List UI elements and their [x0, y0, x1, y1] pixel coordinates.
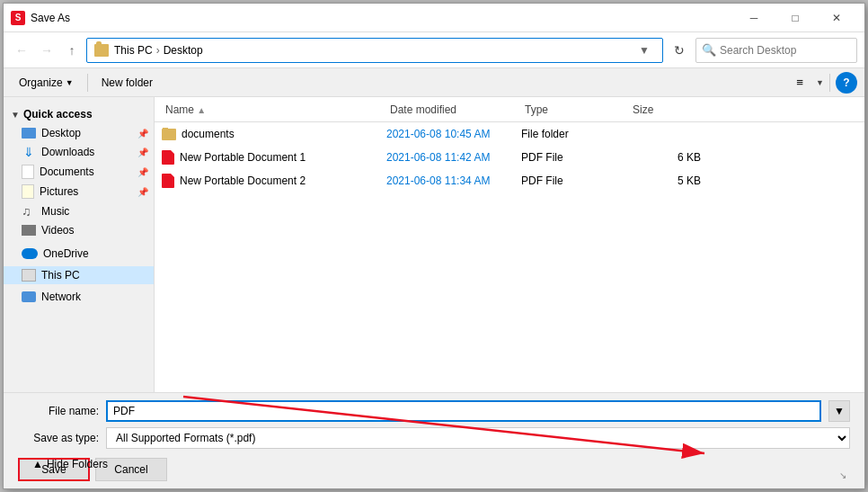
col-header-date[interactable]: Date modified [386, 102, 521, 118]
pin-icon-documents: 📌 [137, 167, 148, 177]
pdf-icon [162, 174, 174, 188]
bottom-footer: ▲ Hide Folders Save Cancel ↘ [18, 454, 850, 481]
filetype-select[interactable]: All Supported Formats (*.pdf) [106, 427, 850, 449]
organize-label: Organize [19, 76, 63, 89]
help-label: ? [843, 76, 849, 89]
save-as-dialog: S Save As ─ □ ✕ ← → ↑ This PC › Desktop … [3, 3, 865, 489]
sidebar-item-music[interactable]: ♫ Music [4, 201, 154, 221]
filename-input[interactable] [106, 400, 821, 422]
onedrive-icon [22, 248, 38, 259]
chevron-up-icon: ▲ [32, 458, 43, 470]
hide-folders[interactable]: ▲ Hide Folders [32, 458, 108, 470]
sidebar: ▼ Quick access Desktop 📌 ⇓ Downloads 📌 D… [4, 97, 155, 392]
search-icon: 🔍 [702, 43, 716, 57]
dialog-title: Save As [31, 12, 733, 24]
table-row[interactable]: New Portable Document 1 2021-06-08 11:42… [155, 146, 864, 169]
file-cell-type: File folder [521, 128, 629, 140]
file-cell-date: 2021-06-08 11:34 AM [386, 174, 521, 187]
toolbar: Organize ▼ New folder ≡ ▼ ? [4, 68, 864, 97]
documents-icon [22, 165, 34, 179]
file-cell-name: New Portable Document 2 [162, 174, 386, 188]
file-cell-size: 6 KB [629, 151, 701, 164]
sidebar-item-videos[interactable]: Videos [4, 221, 154, 239]
sidebar-item-downloads[interactable]: ⇓ Downloads 📌 [4, 142, 154, 162]
sidebar-item-thispc[interactable]: This PC [4, 266, 154, 284]
network-icon [22, 291, 36, 302]
title-bar: S Save As ─ □ ✕ [4, 4, 864, 32]
window-controls: ─ □ ✕ [733, 4, 857, 32]
organize-button[interactable]: Organize ▼ [11, 72, 82, 94]
main-content: ▼ Quick access Desktop 📌 ⇓ Downloads 📌 D… [4, 97, 864, 392]
sidebar-label-pictures: Pictures [40, 185, 78, 198]
col-header-type[interactable]: Type [521, 102, 629, 118]
view-icon: ≡ [796, 76, 803, 89]
file-cell-date: 2021-06-08 11:42 AM [386, 151, 521, 164]
maximize-button[interactable]: □ [775, 4, 816, 32]
up-button[interactable]: ↑ [61, 40, 83, 61]
pin-icon-pictures: 📌 [137, 187, 148, 197]
close-button[interactable]: ✕ [816, 4, 857, 32]
sidebar-label-thispc: This PC [41, 269, 80, 282]
pdf-icon [162, 150, 174, 165]
file-cell-type: PDF File [521, 174, 629, 187]
sidebar-label-downloads: Downloads [41, 146, 94, 158]
organize-dropdown-icon: ▼ [66, 78, 74, 87]
filename-label: File name: [18, 405, 99, 417]
filename-dropdown[interactable]: ▼ [828, 400, 850, 422]
search-input[interactable] [720, 44, 855, 57]
refresh-button[interactable]: ↻ [667, 38, 692, 63]
help-button[interactable]: ? [836, 72, 857, 94]
quick-access-header[interactable]: ▼ Quick access [4, 104, 154, 124]
back-button[interactable]: ← [11, 40, 32, 61]
file-cell-type: PDF File [521, 151, 629, 164]
file-cell-size: 5 KB [629, 174, 701, 187]
pin-icon-desktop: 📌 [137, 129, 148, 139]
quick-access-label: Quick access [23, 108, 93, 121]
sidebar-item-pictures[interactable]: Pictures 📌 [4, 182, 154, 201]
new-folder-button[interactable]: New folder [93, 72, 161, 94]
sidebar-label-onedrive: OneDrive [43, 247, 89, 260]
sidebar-label-network: Network [41, 291, 81, 303]
search-box: 🔍 [695, 38, 857, 63]
file-cell-date: 2021-06-08 10:45 AM [386, 128, 521, 140]
address-bar: ← → ↑ This PC › Desktop ▼ ↻ 🔍 [4, 32, 864, 68]
resize-handle[interactable]: ↘ [839, 470, 850, 481]
app-icon: S [11, 11, 25, 25]
file-rows: documents 2021-06-08 10:45 AM File folde… [155, 122, 864, 392]
desktop-icon [22, 128, 36, 139]
file-cell-name: New Portable Document 1 [162, 150, 386, 165]
address-path[interactable]: This PC › Desktop ▼ [86, 38, 663, 63]
folder-icon [162, 129, 176, 140]
filetype-label: Save as type: [18, 432, 99, 444]
sort-arrow: ▲ [197, 105, 206, 115]
sidebar-item-onedrive[interactable]: OneDrive [4, 245, 154, 263]
table-row[interactable]: documents 2021-06-08 10:45 AM File folde… [155, 122, 864, 146]
view-dropdown-icon: ▼ [816, 78, 824, 87]
sidebar-label-documents: Documents [40, 165, 94, 178]
pictures-icon [22, 184, 34, 199]
toolbar-separator [87, 74, 88, 92]
sidebar-label-music: Music [41, 205, 69, 218]
sidebar-item-desktop[interactable]: Desktop 📌 [4, 124, 154, 142]
table-row[interactable]: New Portable Document 2 2021-06-08 11:34… [155, 169, 864, 192]
new-folder-label: New folder [102, 76, 153, 89]
filename-row: File name: ▼ [18, 400, 850, 422]
toolbar-separator-2 [829, 74, 830, 92]
file-cell-name: documents [162, 128, 386, 140]
bottom-section: File name: ▼ Save as type: All Supported… [4, 392, 864, 488]
file-list-header: Name ▲ Date modified Type Size [155, 97, 864, 122]
col-header-name[interactable]: Name ▲ [162, 102, 386, 118]
col-header-size[interactable]: Size [629, 102, 701, 118]
sidebar-item-network[interactable]: Network [4, 288, 154, 306]
pin-icon-downloads: 📌 [137, 148, 148, 157]
videos-icon [22, 225, 36, 236]
path-folder-icon [94, 44, 109, 57]
path-dropdown[interactable]: ▼ [633, 38, 655, 63]
sidebar-label-desktop: Desktop [41, 127, 81, 139]
quick-access-chevron: ▼ [11, 110, 20, 120]
view-button[interactable]: ≡ [787, 72, 812, 94]
minimize-button[interactable]: ─ [733, 4, 775, 32]
sidebar-item-documents[interactable]: Documents 📌 [4, 162, 154, 182]
forward-button[interactable]: → [36, 40, 58, 61]
path-location: Desktop [164, 44, 203, 57]
